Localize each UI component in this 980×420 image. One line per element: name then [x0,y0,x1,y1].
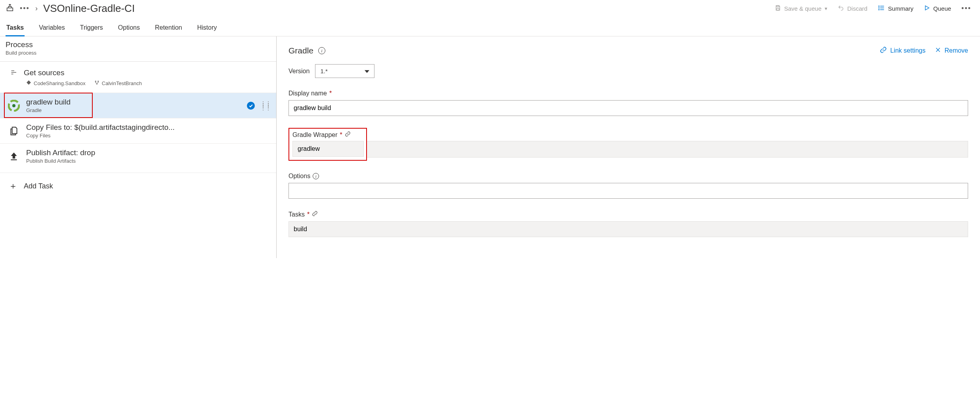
display-name-input[interactable] [288,100,968,116]
tab-tasks[interactable]: Tasks [6,22,25,36]
detail-title: Gradle [288,46,313,55]
chevron-down-icon: ▾ [825,6,827,11]
required-mark: * [340,131,342,139]
required-mark: * [307,211,309,218]
link-icon[interactable] [312,211,318,218]
remove-button[interactable]: Remove [935,47,968,55]
svg-point-14 [97,81,98,82]
breadcrumb-overflow-icon[interactable]: ••• [20,4,30,13]
gradle-wrapper-label: Gradle Wrapper [292,131,338,139]
tab-options[interactable]: Options [117,22,141,36]
svg-point-15 [96,84,97,84]
gradle-wrapper-input[interactable] [292,141,364,157]
svg-rect-0 [7,8,13,11]
tab-variables[interactable]: Variables [38,22,66,36]
discard-button[interactable]: Discard [838,5,867,12]
display-name-label: Display name [288,90,327,97]
get-sources[interactable]: Get sources CodeSharing.Sandbox [0,68,276,93]
toolbar: Save & queue ▾ Discard Summary Queue [775,4,974,13]
play-icon [924,5,930,12]
svg-point-7 [879,8,879,8]
svg-point-6 [879,6,879,7]
task-item-gradle[interactable]: gradlew build Gradle ⋮⋮⋮⋮⋮⋮ [0,93,276,118]
gradle-task-icon [8,100,20,112]
plus-icon: ＋ [9,180,17,192]
more-actions-icon[interactable]: ••• [961,4,971,13]
link-icon[interactable] [345,131,351,139]
save-icon [775,5,781,12]
sources-icon [10,68,18,78]
save-and-queue-button[interactable]: Save & queue ▾ [775,5,827,12]
queue-button[interactable]: Queue [924,5,951,12]
highlight-box: Gradle Wrapper * [288,128,367,161]
summary-button[interactable]: Summary [878,4,913,13]
svg-rect-18 [11,159,17,160]
copy-files-icon [8,125,20,137]
drag-handle-icon[interactable]: ⋮⋮⋮⋮⋮⋮ [260,102,271,109]
repo-label: CodeSharing.Sandbox [26,80,86,86]
branch-icon [94,80,99,86]
task-status-check-icon [247,102,255,110]
close-icon [935,47,941,55]
repo-icon [26,80,31,86]
publish-artifact-icon [8,150,20,162]
info-icon[interactable]: i [318,47,325,54]
options-label: Options [288,173,310,180]
svg-point-17 [12,104,15,107]
svg-point-8 [879,10,879,10]
list-icon [878,4,885,13]
svg-rect-2 [777,8,779,10]
tab-history[interactable]: History [196,22,218,36]
process-header[interactable]: Process Build process [0,36,276,62]
task-item-publish-artifact[interactable]: Publish Artifact: drop Publish Build Art… [0,143,276,169]
tasks-label: Tasks [288,211,305,218]
version-label: Version [288,68,309,75]
page-title: VSOnline-Gradle-CI [43,2,135,15]
undo-icon [838,5,844,12]
svg-point-13 [95,81,96,82]
tab-retention[interactable]: Retention [154,22,183,36]
tab-strip: Tasks Variables Triggers Options Retenti… [0,15,980,36]
version-select[interactable]: 1.* [315,64,374,78]
chevron-right-icon: › [35,4,38,13]
required-mark: * [329,90,332,97]
svg-rect-1 [777,6,779,7]
info-icon[interactable]: i [313,173,319,179]
branch-label: CalvinTestBranch [94,80,142,86]
options-input[interactable] [288,183,968,199]
breadcrumb: ••• › VSOnline-Gradle-CI [6,2,135,15]
link-icon [880,46,887,55]
svg-marker-9 [925,6,929,10]
add-task-button[interactable]: ＋ Add Task [0,173,276,199]
link-settings-button[interactable]: Link settings [880,46,925,55]
pipeline-icon [6,4,14,14]
task-item-copy-files[interactable]: Copy Files to: $(build.artifactstagingdi… [0,118,276,143]
tasks-input[interactable] [288,221,968,237]
tab-triggers[interactable]: Triggers [79,22,104,36]
